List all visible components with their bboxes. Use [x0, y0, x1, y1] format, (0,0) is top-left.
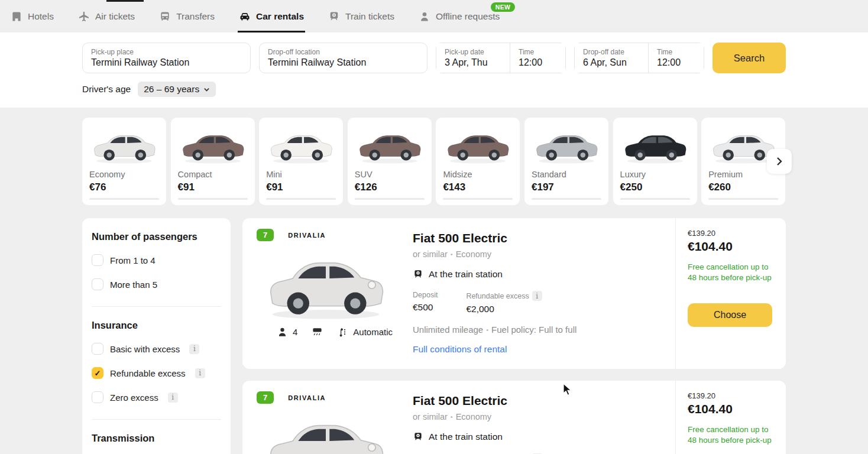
filters-sidebar: Number of passengers From 1 to 4 More th… [82, 218, 231, 454]
dropoff-date-field[interactable]: Drop-off date 6 Apr, Sun [575, 43, 648, 73]
filter-option-label: Basic with excess [110, 344, 180, 354]
pickup-location-text: At the train station [429, 269, 503, 280]
mileage-text: Unlimited mileage [413, 325, 483, 335]
or-similar-text: or similar [413, 412, 448, 421]
tab-label: Train tickets [345, 11, 394, 22]
filter-option-from-1-to-4[interactable]: From 1 to 4 [92, 254, 221, 266]
filter-section-insurance: Insurance Basic with excess i Refundable… [92, 306, 221, 419]
gearshift-icon [337, 326, 348, 338]
filter-option-more-than-5[interactable]: More than 5 [92, 278, 221, 290]
tab-label: Offline requests [436, 11, 500, 22]
deposit-value: €500 [413, 302, 438, 313]
chevron-right-icon [775, 157, 784, 166]
pickup-time-field[interactable]: Time 12:00 [510, 43, 565, 73]
category-underline [89, 198, 159, 200]
price-old: €139.20 [688, 229, 774, 238]
pickup-place-field[interactable]: Pick-up place Termini Railway Station [82, 43, 251, 73]
checkbox[interactable] [92, 254, 103, 266]
category-price: €76 [89, 181, 159, 193]
shuttle-bus-icon [159, 11, 171, 22]
tab-offline-requests[interactable]: Offline requests NEW [417, 0, 501, 33]
listing-card: 7 DRIVALIA 4 Aut [242, 381, 786, 454]
vendor-logo: DRIVALIA [288, 394, 326, 401]
search-button[interactable]: Search [712, 43, 786, 73]
dropoff-place-label: Drop-off location [268, 48, 419, 56]
car-thumbnail [355, 122, 425, 170]
dropoff-place-field[interactable]: Drop-off location Termini Railway Statio… [259, 43, 427, 73]
vendor-logo: DRIVALIA [288, 232, 326, 239]
drivers-age-value: 26 – 69 years [144, 84, 199, 95]
category-card-mini[interactable]: Mini €91 [259, 118, 343, 205]
drivers-age-label: Driver's age [82, 84, 131, 95]
deposit-block: Deposit €500 [413, 291, 438, 314]
train-icon [328, 11, 340, 22]
filter-title: Number of passengers [92, 231, 221, 242]
dropoff-time-field[interactable]: Time 12:00 [648, 43, 704, 73]
excess-value: €2,000 [466, 304, 542, 314]
fuel-policy-text: Fuel policy: Full to full [491, 325, 576, 335]
price-old: €139.20 [688, 391, 774, 400]
dropoff-place-value: Termini Railway Station [268, 57, 419, 68]
car-title: Fiat 500 Electric [413, 231, 666, 245]
choose-button[interactable]: Choose [688, 303, 772, 327]
filter-option-refundable-excess[interactable]: Refundable excess i [92, 367, 221, 379]
full-conditions-link[interactable]: Full conditions of rental [413, 344, 507, 355]
tab-car-rentals[interactable]: Car rentals [238, 0, 305, 33]
category-card-standard[interactable]: Standard €197 [524, 118, 608, 205]
category-name: Standard [532, 170, 601, 179]
category-price: €197 [532, 181, 601, 193]
car-thumbnail [532, 122, 601, 170]
car-class-text: Economy [456, 412, 491, 421]
vendor-rating-badge: 7 [257, 391, 274, 404]
category-price: €250 [620, 181, 690, 193]
listing-media: 7 DRIVALIA 4 Aut [242, 381, 407, 454]
tab-label: Hotels [28, 11, 54, 22]
category-price: €91 [178, 181, 248, 193]
car-subtitle: or similarEconomy [413, 412, 666, 421]
dropoff-date-label: Drop-off date [583, 48, 640, 56]
car-title: Fiat 500 Electric [413, 394, 666, 408]
pickup-place-label: Pick-up place [91, 48, 242, 56]
filter-option-basic-with-excess[interactable]: Basic with excess i [92, 343, 221, 355]
checkbox[interactable] [92, 391, 103, 403]
category-card-midsize[interactable]: Midsize €143 [436, 118, 520, 205]
category-name: Midsize [443, 170, 513, 179]
listing-details: Fiat 500 Electric or similarEconomy At t… [407, 218, 675, 369]
tab-train-tickets[interactable]: Train tickets [327, 0, 396, 33]
new-badge: NEW [491, 2, 515, 12]
filter-option-zero-excess[interactable]: Zero excess i [92, 391, 221, 403]
carousel-next-button[interactable] [767, 149, 792, 174]
category-card-luxury[interactable]: Luxury €250 [613, 118, 697, 205]
car-photo [261, 410, 407, 454]
tab-transfers[interactable]: Transfers [158, 0, 216, 33]
hotel-icon [11, 11, 22, 22]
info-icon[interactable]: i [532, 291, 542, 301]
category-name: Luxury [620, 170, 690, 179]
cancellation-note: Free cancellation up to 48 hours before … [688, 262, 774, 283]
vendor-rating-badge: 7 [257, 229, 274, 241]
pickup-location: At the train station [413, 269, 666, 280]
category-card-economy[interactable]: Economy €76 [82, 118, 166, 205]
transmission-value: Automatic [353, 327, 393, 337]
drivers-age-select[interactable]: 26 – 69 years [138, 82, 216, 97]
plane-icon [78, 11, 90, 22]
checkbox[interactable] [92, 278, 103, 290]
info-icon[interactable]: i [168, 393, 178, 403]
tab-hotels[interactable]: Hotels [9, 0, 55, 33]
checkbox[interactable] [92, 343, 103, 355]
search-panel: Pick-up place Termini Railway Station Dr… [0, 33, 868, 108]
info-icon[interactable]: i [195, 368, 205, 378]
category-card-compact[interactable]: Compact €91 [171, 118, 255, 205]
pickup-date-field[interactable]: Pick-up date 3 Apr, Thu [436, 43, 510, 73]
category-underline [266, 198, 336, 200]
tab-air-tickets[interactable]: Air tickets [77, 0, 136, 33]
category-underline [708, 198, 778, 200]
filter-option-label: Refundable excess [110, 368, 186, 378]
checkbox[interactable] [92, 367, 103, 379]
dot-separator [451, 249, 453, 259]
excess-label: Refundable excess [466, 292, 529, 300]
seats-icon [277, 326, 288, 338]
info-icon[interactable]: i [189, 344, 199, 354]
category-card-suv[interactable]: SUV €126 [348, 118, 432, 205]
car-photo [261, 247, 407, 325]
